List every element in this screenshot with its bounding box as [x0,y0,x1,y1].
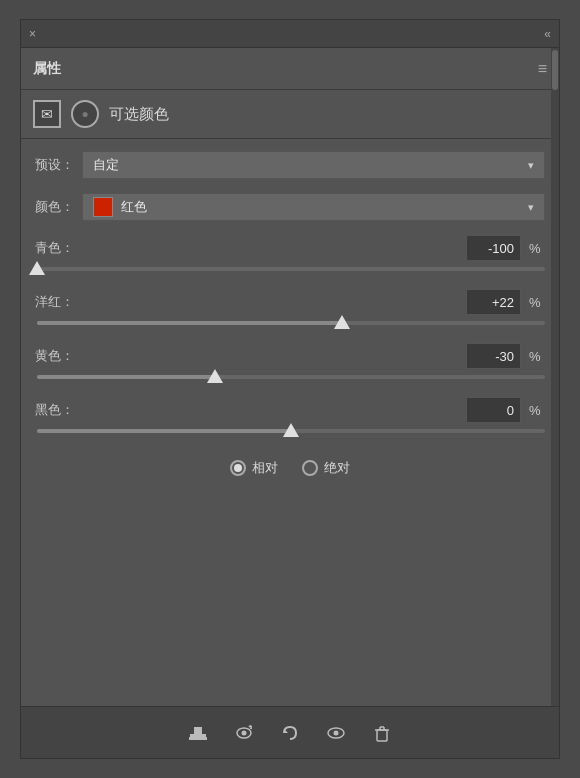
trash-icon [371,722,393,744]
preset-label: 预设： [35,156,74,174]
cyan-track-container [35,267,545,271]
magenta-fill [37,321,342,325]
preset-dropdown[interactable]: 自定 ▾ [82,151,545,179]
svg-rect-2 [189,737,207,740]
undo-icon [279,722,301,744]
envelope-icon: ✉ [41,106,53,122]
yellow-value[interactable]: -30 [466,343,521,369]
cyan-value[interactable]: -100 [466,235,521,261]
yellow-track-container [35,375,545,379]
svg-rect-1 [194,727,202,734]
section-title: 可选颜色 [109,105,169,124]
circle-button[interactable] [71,100,99,128]
menu-icon[interactable]: ≡ [538,60,547,78]
preset-value: 自定 [93,156,119,174]
trash-button[interactable] [366,717,398,749]
stamp-button[interactable] [182,717,214,749]
color-label: 颜色： [35,198,74,216]
eye-icon [325,722,347,744]
yellow-slider-section: 黄色： -30 % [35,343,545,383]
cyan-unit: % [529,241,545,256]
properties-panel: × « 属性 ≡ ✉ 可选颜色 预设： 自定 ▾ 颜色： [20,19,560,759]
yellow-track[interactable] [37,375,545,379]
svg-point-8 [334,730,339,735]
close-icon[interactable]: × [29,27,36,41]
radio-relative-label: 相对 [252,459,278,477]
cyan-label: 青色： [35,239,74,257]
cyan-thumb[interactable] [29,261,45,275]
radio-relative-inner [234,464,242,472]
icon-row: ✉ 可选颜色 [21,90,559,139]
scrollbar[interactable] [551,48,559,706]
black-label: 黑色： [35,401,74,419]
color-swatch [93,197,113,217]
svg-rect-0 [190,734,206,737]
eye-button[interactable] [320,717,352,749]
yellow-label: 黄色： [35,347,74,365]
preset-row: 预设： 自定 ▾ [35,151,545,179]
black-value[interactable]: 0 [466,397,521,423]
magenta-track-container [35,321,545,325]
scrollbar-thumb[interactable] [552,50,558,90]
preset-arrow: ▾ [528,159,534,172]
black-fill [37,429,291,433]
undo-button[interactable] [274,717,306,749]
magenta-label: 洋红： [35,293,74,311]
magenta-slider-row: 洋红： +22 % [35,289,545,315]
svg-rect-9 [377,730,387,741]
magenta-unit: % [529,295,545,310]
eye-refresh-icon [233,722,255,744]
yellow-unit: % [529,349,545,364]
magenta-value[interactable]: +22 [466,289,521,315]
radio-absolute[interactable]: 绝对 [302,459,350,477]
eye-refresh-button[interactable] [228,717,260,749]
color-arrow: ▾ [528,201,534,214]
black-slider-section: 黑色： 0 % [35,397,545,437]
stamp-icon [187,722,209,744]
black-slider-row: 黑色： 0 % [35,397,545,423]
radio-row: 相对 绝对 [35,451,545,485]
magenta-slider-section: 洋红： +22 % [35,289,545,329]
content-area: 预设： 自定 ▾ 颜色： 红色 ▾ 青色： -100 % [21,139,559,706]
collapse-icon[interactable]: « [544,27,551,41]
cyan-slider-section: 青色： -100 % [35,235,545,275]
black-unit: % [529,403,545,418]
svg-point-4 [242,730,247,735]
panel-header: 属性 ≡ [21,48,559,90]
yellow-thumb[interactable] [207,369,223,383]
magenta-thumb[interactable] [334,315,350,329]
color-dropdown[interactable]: 红色 ▾ [82,193,545,221]
color-value: 红色 [121,198,147,216]
top-bar: × « [21,20,559,48]
color-row: 颜色： 红色 ▾ [35,193,545,221]
black-thumb[interactable] [283,423,299,437]
panel-title: 属性 [33,60,61,78]
black-track-container [35,429,545,433]
cyan-track[interactable] [37,267,545,271]
radio-relative[interactable]: 相对 [230,459,278,477]
radio-absolute-label: 绝对 [324,459,350,477]
radio-relative-outer [230,460,246,476]
radio-absolute-outer [302,460,318,476]
yellow-fill [37,375,215,379]
envelope-button[interactable]: ✉ [33,100,61,128]
yellow-slider-row: 黄色： -30 % [35,343,545,369]
cyan-slider-row: 青色： -100 % [35,235,545,261]
black-track[interactable] [37,429,545,433]
bottom-toolbar [21,706,559,758]
magenta-track[interactable] [37,321,545,325]
